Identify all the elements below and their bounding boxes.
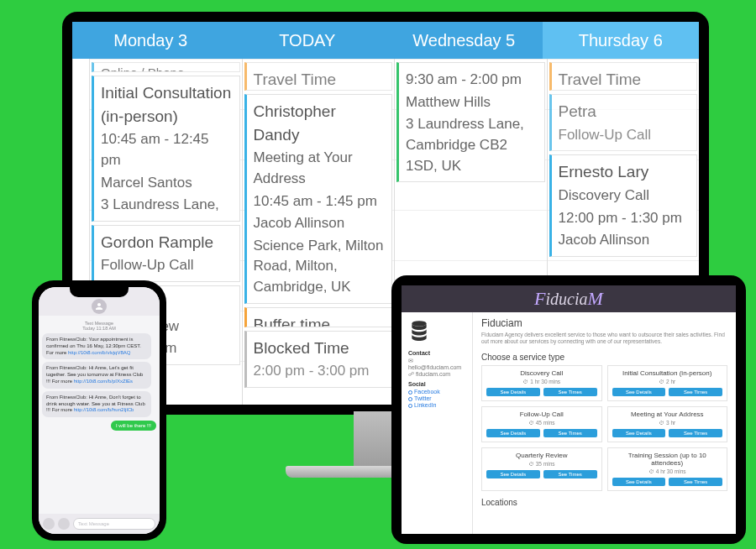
- see-times-button[interactable]: See Times: [543, 470, 597, 478]
- day-header-wed[interactable]: Wednesday 5: [386, 22, 543, 59]
- see-details-button[interactable]: See Details: [612, 478, 666, 486]
- service-duration: ⏱ 2 hr: [612, 379, 723, 384]
- service-duration: ⏱ 4 hr 30 mins: [612, 468, 723, 474]
- svg-point-0: [412, 321, 426, 327]
- site-brand-header: FiduciaM: [402, 285, 736, 312]
- calendar-event[interactable]: 9:30 am - 2:00 pm Matthew Hills 3 Laundr…: [396, 62, 545, 182]
- event-person: Jacob Allinson: [559, 230, 690, 251]
- message-input[interactable]: Text Message: [73, 518, 155, 530]
- message-compose-bar: Text Message: [39, 514, 160, 534]
- booking-main: Fiduciam Fiduciam Agency delivers excell…: [472, 312, 736, 534]
- service-card: Follow-Up Call⏱ 45 minsSee DetailsSee Ti…: [481, 406, 602, 442]
- service-name: Discovery Call: [486, 369, 597, 377]
- calendar-event[interactable]: Initial Consultation (in-person) 10:45 a…: [92, 76, 240, 222]
- message-link[interactable]: http://10t8.com/b/pIXxZlEs: [74, 379, 133, 384]
- service-name: Quarterly Review: [486, 452, 597, 459]
- service-name: Meeting at Your Address: [612, 410, 723, 418]
- service-name: Follow-Up Call: [486, 410, 597, 418]
- social-twitter[interactable]: Twitter: [408, 395, 465, 401]
- see-times-button[interactable]: See Times: [669, 478, 722, 486]
- phone-frame: Text Message Today 11:18 AM From Fitness…: [32, 280, 166, 541]
- calendar-event[interactable]: Gordon Rample Follow-Up Call: [92, 225, 240, 282]
- event-address: 3 Laundress Lane,: [101, 195, 233, 216]
- company-description: Fiduciam Agency delivers excellent servi…: [481, 332, 727, 346]
- event-time: 10:45 am - 12:45 pm: [101, 129, 233, 170]
- see-details-button[interactable]: See Details: [486, 470, 540, 478]
- message-outgoing[interactable]: I will be there !!!: [111, 421, 156, 431]
- booking-sidebar: Contact ✉ hello@fiduciam.com ☍ fiduciam.…: [402, 312, 472, 534]
- event-time: 2:00 pm - 3:00 pm: [254, 361, 386, 382]
- person-icon: [94, 301, 104, 311]
- see-times-button[interactable]: See Times: [543, 429, 597, 437]
- service-card: Meeting at Your Address⏱ 3 hrSee Details…: [607, 406, 728, 442]
- message-incoming[interactable]: From FitnessClub: Hi Anne, Don't forget …: [42, 391, 151, 417]
- message-incoming[interactable]: From FitnessClub: Hi Anne, Let's get fit…: [42, 362, 151, 388]
- see-times-button[interactable]: See Times: [669, 388, 722, 396]
- day-header-mon[interactable]: Monday 3: [72, 22, 229, 59]
- locations-heading: Locations: [481, 498, 727, 507]
- tablet-frame: FiduciaM Contact ✉ hello@fiduciam.com ☍ …: [391, 275, 746, 544]
- contact-avatar[interactable]: [92, 299, 107, 314]
- event-time: 10:45 am - 1:45 pm: [254, 191, 386, 212]
- see-details-button[interactable]: See Details: [612, 429, 666, 437]
- event-title: Travel Time: [254, 71, 337, 88]
- event-address: Science Park, Milton Road, Milton, Cambr…: [254, 236, 386, 298]
- service-grid: Discovery Call⏱ 1 hr 30 minsSee DetailsS…: [481, 365, 727, 491]
- contact-heading: Contact: [408, 350, 465, 356]
- appstore-icon[interactable]: [58, 518, 70, 530]
- see-times-button[interactable]: See Times: [543, 388, 597, 396]
- service-duration: ⏱ 35 mins: [486, 461, 597, 467]
- choose-service-heading: Choose a service type: [481, 353, 727, 362]
- event-subtitle: Follow-Up Call: [559, 125, 690, 146]
- service-name: Initial Consultation (in-person): [612, 369, 723, 377]
- messages-app: Text Message Today 11:18 AM From Fitness…: [39, 287, 160, 534]
- see-details-button[interactable]: See Details: [486, 429, 540, 437]
- event-title: Christopher Dandy: [254, 102, 336, 144]
- event-title: Buffer time: [254, 316, 331, 327]
- social-facebook[interactable]: Facebook: [408, 389, 465, 395]
- day-header-thu[interactable]: Thursday 6: [543, 22, 700, 59]
- booking-site: FiduciaM Contact ✉ hello@fiduciam.com ☍ …: [402, 285, 736, 534]
- camera-icon[interactable]: [43, 518, 55, 530]
- message-link[interactable]: http://10t8.com/b/hun2IjlCb: [74, 407, 134, 412]
- database-icon: [408, 319, 430, 341]
- service-card: Initial Consultation (in-person)⏱ 2 hrSe…: [607, 365, 728, 401]
- event-address: 3 Laundress Lane, Cambridge CB2 1SD, UK: [406, 114, 538, 176]
- see-details-button[interactable]: See Details: [612, 388, 666, 396]
- service-duration: ⏱ 3 hr: [612, 420, 723, 426]
- calendar-event[interactable]: Petra Follow-Up Call: [549, 94, 698, 151]
- event-person: Matthew Hills: [406, 92, 538, 113]
- contact-email[interactable]: ✉ hello@fiduciam.com: [408, 358, 465, 370]
- social-linkedin[interactable]: LinkedIn: [408, 402, 465, 408]
- event-title: Blocked Time: [254, 339, 349, 357]
- event-title: Ernesto Lary: [559, 163, 649, 180]
- calendar-event[interactable]: Blocked Time 2:00 pm - 3:00 pm: [244, 331, 393, 388]
- event-subtitle: Meeting at Your Address: [254, 148, 386, 189]
- calendar-event[interactable]: Online / Phone: [92, 62, 240, 72]
- calendar-event[interactable]: Travel Time 10:30 am - 11:00: [549, 62, 698, 91]
- day-header-today[interactable]: TODAY: [229, 22, 386, 59]
- company-title: Fiduciam: [481, 317, 727, 329]
- calendar-event[interactable]: Ernesto Lary Discovery Call 12:00 pm - 1…: [549, 154, 698, 257]
- contact-site[interactable]: ☍ fiduciam.com: [408, 371, 465, 378]
- calendar-event[interactable]: Buffer time: [244, 307, 393, 327]
- calendar-event[interactable]: Christopher Dandy Meeting at Your Addres…: [244, 94, 393, 304]
- service-card: Discovery Call⏱ 1 hr 30 minsSee DetailsS…: [481, 365, 602, 401]
- event-title: Online / Phone: [101, 65, 184, 72]
- event-title: Petra: [559, 102, 596, 120]
- calendar-event[interactable]: Travel Time 10:15 am - 10:45: [244, 62, 393, 91]
- calendar-day-header-row: Monday 3 TODAY Wednesday 5 Thursday 6: [72, 22, 699, 59]
- message-link[interactable]: http://10t8.com/b/vlvjqV8AQ: [68, 350, 130, 355]
- phone-notch: [70, 287, 129, 297]
- see-details-button[interactable]: See Details: [486, 388, 540, 396]
- event-time: 9:30 am - 2:00 pm: [406, 70, 538, 91]
- service-card: Quarterly Review⏱ 35 minsSee DetailsSee …: [481, 447, 602, 491]
- message-incoming[interactable]: From FitnessClub: Your appointment is co…: [42, 333, 151, 359]
- event-subtitle: Follow-Up Call: [101, 255, 233, 276]
- service-duration: ⏱ 1 hr 30 mins: [486, 379, 597, 384]
- event-title: Travel Time: [559, 71, 642, 88]
- conversation-meta: Text Message Today 11:18 AM: [42, 321, 156, 331]
- social-heading: Social: [408, 381, 465, 387]
- event-title: Gordon Rample: [101, 233, 213, 251]
- see-times-button[interactable]: See Times: [669, 429, 722, 437]
